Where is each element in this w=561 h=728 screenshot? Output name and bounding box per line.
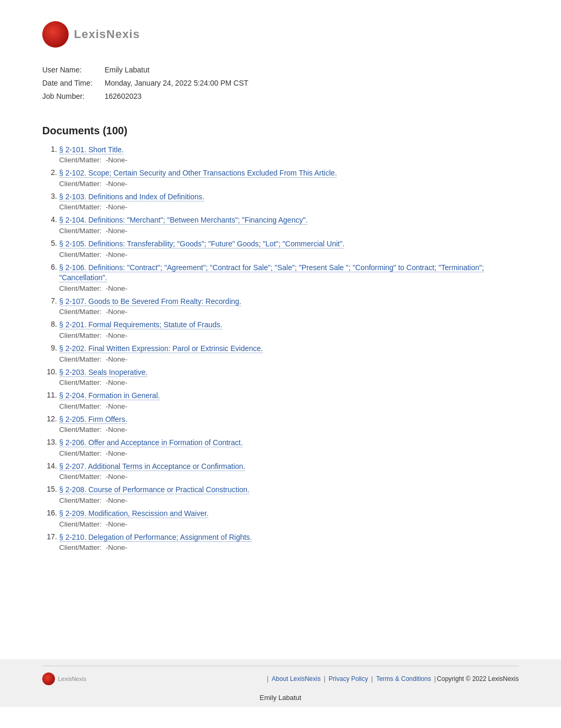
client-matter-value: -None-	[104, 203, 127, 211]
client-matter-label: Client/Matter:	[59, 496, 101, 504]
footer: LexisNexis | About LexisNexis | Privacy …	[42, 666, 519, 689]
about-lexisnexis-link[interactable]: About LexisNexis	[269, 675, 323, 683]
doc-number: 15.	[42, 485, 57, 493]
client-matter-value: -None-	[104, 473, 127, 481]
doc-number-row: 16. § 2-209. Modification, Rescission an…	[42, 509, 519, 519]
doc-number-row: 5. § 2-105. Definitions: Transferability…	[42, 239, 519, 250]
doc-link[interactable]: § 2-210. Delegation of Performance; Assi…	[59, 532, 252, 543]
user-name-label: User Name:	[42, 63, 100, 77]
client-matter-label: Client/Matter:	[59, 180, 101, 188]
document-list: 1. § 2-101. Short Title. Client/Matter: …	[42, 145, 519, 659]
client-matter-value: -None-	[104, 379, 127, 386]
doc-number: 11.	[42, 391, 57, 399]
doc-link[interactable]: § 2-202. Final Written Expression: Parol…	[59, 344, 263, 354]
page-wrapper: LexisNexis User Name: Emily Labatut Date…	[0, 0, 561, 728]
doc-link[interactable]: § 2-207. Additional Terms in Acceptance …	[59, 462, 245, 472]
doc-number-row: 6. § 2-106. Definitions: "Contract"; "Ag…	[42, 263, 519, 283]
footer-copyright: Copyright © 2022 LexisNexis	[437, 675, 519, 683]
client-matter-row: Client/Matter: -None-	[59, 251, 519, 259]
footer-links: | About LexisNexis | Privacy Policy | Te…	[267, 675, 519, 683]
client-matter-row: Client/Matter: -None-	[59, 156, 519, 164]
doc-link[interactable]: § 2-209. Modification, Rescission and Wa…	[59, 509, 209, 519]
client-matter-label: Client/Matter:	[59, 251, 101, 259]
list-item: 9. § 2-202. Final Written Expression: Pa…	[42, 344, 519, 363]
doc-number: 8.	[42, 320, 57, 328]
meta-info: User Name: Emily Labatut Date and Time: …	[42, 63, 519, 104]
client-matter-value: -None-	[104, 251, 127, 259]
client-matter-label: Client/Matter:	[59, 203, 101, 211]
client-matter-row: Client/Matter: -None-	[59, 473, 519, 481]
doc-number: 12.	[42, 414, 57, 423]
doc-link[interactable]: § 2-102. Scope; Certain Security and Oth…	[59, 168, 337, 179]
client-matter-label: Client/Matter:	[59, 331, 101, 339]
client-matter-row: Client/Matter: -None-	[59, 284, 519, 292]
doc-number-row: 1. § 2-101. Short Title.	[42, 145, 519, 155]
doc-number: 6.	[42, 263, 57, 271]
doc-link[interactable]: § 2-201. Formal Requirements; Statute of…	[59, 320, 222, 330]
footer-logo-text: LexisNexis	[58, 676, 86, 682]
client-matter-label: Client/Matter:	[59, 379, 101, 386]
doc-number: 7.	[42, 297, 57, 305]
list-item: 3. § 2-103. Definitions and Index of Def…	[42, 192, 519, 211]
doc-link[interactable]: § 2-101. Short Title.	[59, 145, 124, 155]
client-matter-value: -None-	[104, 308, 127, 316]
list-item: 1. § 2-101. Short Title. Client/Matter: …	[42, 145, 519, 164]
privacy-policy-link[interactable]: Privacy Policy	[326, 675, 370, 683]
doc-number-row: 3. § 2-103. Definitions and Index of Def…	[42, 192, 519, 202]
client-matter-row: Client/Matter: -None-	[59, 355, 519, 363]
doc-number: 17.	[42, 532, 57, 541]
doc-number-row: 11. § 2-204. Formation in General.	[42, 391, 519, 401]
doc-link[interactable]: § 2-205. Firm Offers.	[59, 414, 127, 425]
client-matter-label: Client/Matter:	[59, 543, 101, 551]
list-item: 6. § 2-106. Definitions: "Contract"; "Ag…	[42, 263, 519, 292]
doc-number: 2.	[42, 168, 57, 177]
doc-link[interactable]: § 2-103. Definitions and Index of Defini…	[59, 192, 204, 202]
client-matter-label: Client/Matter:	[59, 449, 101, 457]
client-matter-value: -None-	[104, 284, 127, 292]
doc-number: 14.	[42, 462, 57, 470]
list-item: 15. § 2-208. Course of Performance or Pr…	[42, 485, 519, 504]
doc-link[interactable]: § 2-104. Definitions: "Merchant"; "Betwe…	[59, 215, 307, 226]
doc-number-row: 7. § 2-107. Goods to Be Severed From Rea…	[42, 297, 519, 307]
doc-link[interactable]: § 2-106. Definitions: "Contract"; "Agree…	[59, 263, 519, 283]
client-matter-label: Client/Matter:	[59, 308, 101, 316]
client-matter-label: Client/Matter:	[59, 520, 101, 528]
doc-number-row: 2. § 2-102. Scope; Certain Security and …	[42, 168, 519, 179]
meta-datetime-row: Date and Time: Monday, January 24, 2022 …	[42, 77, 519, 90]
doc-number: 9.	[42, 344, 57, 352]
doc-number-row: 9. § 2-202. Final Written Expression: Pa…	[42, 344, 519, 354]
client-matter-row: Client/Matter: -None-	[59, 543, 519, 551]
section-title: Documents (100)	[42, 125, 519, 137]
doc-link[interactable]: § 2-206. Offer and Acceptance in Formati…	[59, 438, 243, 448]
client-matter-label: Client/Matter:	[59, 227, 101, 235]
doc-link[interactable]: § 2-208. Course of Performance or Practi…	[59, 485, 249, 495]
meta-jobnumber-row: Job Number: 162602023	[42, 90, 519, 103]
doc-link[interactable]: § 2-204. Formation in General.	[59, 391, 160, 401]
client-matter-label: Client/Matter:	[59, 473, 101, 481]
doc-link[interactable]: § 2-203. Seals Inoperative.	[59, 367, 147, 378]
list-item: 10. § 2-203. Seals Inoperative. Client/M…	[42, 367, 519, 387]
footer-left: LexisNexis	[42, 672, 86, 685]
client-matter-label: Client/Matter:	[59, 156, 101, 164]
client-matter-row: Client/Matter: -None-	[59, 331, 519, 339]
client-matter-value: -None-	[104, 426, 127, 434]
doc-number-row: 13. § 2-206. Offer and Acceptance in For…	[42, 438, 519, 448]
list-item: 12. § 2-205. Firm Offers. Client/Matter:…	[42, 414, 519, 434]
doc-link[interactable]: § 2-105. Definitions: Transferability; "…	[59, 239, 344, 250]
list-item: 7. § 2-107. Goods to Be Severed From Rea…	[42, 297, 519, 316]
list-item: 13. § 2-206. Offer and Acceptance in For…	[42, 438, 519, 457]
doc-number: 10.	[42, 367, 57, 376]
client-matter-value: -None-	[104, 331, 127, 339]
client-matter-row: Client/Matter: -None-	[59, 180, 519, 188]
footer-logo-icon	[42, 672, 55, 685]
client-matter-value: -None-	[104, 355, 127, 363]
doc-link[interactable]: § 2-107. Goods to Be Severed From Realty…	[59, 297, 241, 307]
client-matter-value: -None-	[104, 520, 127, 528]
list-item: 11. § 2-204. Formation in General. Clien…	[42, 391, 519, 410]
list-item: 14. § 2-207. Additional Terms in Accepta…	[42, 462, 519, 481]
terms-conditions-link[interactable]: Terms & Conditions	[374, 675, 433, 683]
user-name-value: Emily Labatut	[105, 63, 149, 77]
logo-text: LexisNexis	[74, 27, 140, 41]
doc-number-row: 14. § 2-207. Additional Terms in Accepta…	[42, 462, 519, 472]
client-matter-value: -None-	[104, 449, 127, 457]
